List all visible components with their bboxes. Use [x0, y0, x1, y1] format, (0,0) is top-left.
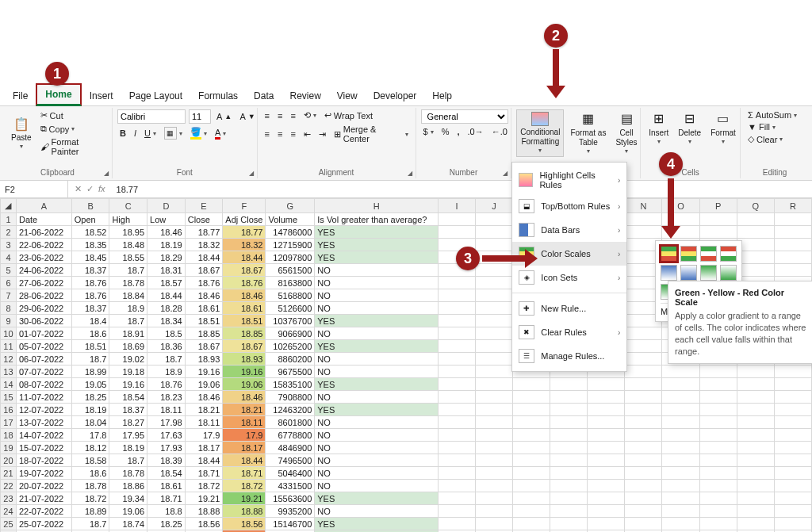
cell[interactable]: 07-07-2022	[16, 366, 71, 378]
cell[interactable]: Is Vol greater than average?	[315, 213, 439, 226]
cell[interactable]	[475, 327, 512, 340]
format-painter-button[interactable]: 🖌Format Painter	[38, 136, 107, 157]
cell[interactable]	[475, 416, 512, 429]
cell[interactable]	[774, 264, 811, 277]
fill-button[interactable]: ▼Fill▾	[745, 121, 804, 132]
cell[interactable]: 18.45	[71, 251, 109, 264]
cell[interactable]: NO	[315, 442, 439, 454]
cell[interactable]	[550, 378, 588, 391]
cell[interactable]: 18.23	[147, 391, 186, 404]
cell[interactable]	[699, 226, 737, 239]
cell[interactable]: 18.46	[147, 226, 186, 239]
tab-page-layout[interactable]: Page Layout	[121, 86, 190, 105]
cell[interactable]: 12097800	[266, 251, 315, 264]
indent-decrease-button[interactable]: ⇤	[301, 128, 313, 140]
cell[interactable]: 18.37	[109, 404, 147, 416]
cell[interactable]	[475, 404, 512, 416]
cell[interactable]	[699, 366, 737, 378]
cell[interactable]: 18.72	[223, 480, 266, 492]
cell[interactable]	[588, 454, 625, 467]
dialog-launcher-icon[interactable]: ◢	[503, 170, 508, 177]
cell[interactable]: 21-07-2022	[16, 492, 71, 505]
cell[interactable]: 18.32	[223, 239, 266, 251]
cell[interactable]	[588, 518, 625, 530]
cell[interactable]	[475, 289, 512, 302]
cell[interactable]	[438, 340, 475, 353]
cell[interactable]: 18.19	[109, 442, 147, 454]
cell[interactable]: 11-07-2022	[16, 391, 71, 404]
cell[interactable]	[625, 467, 662, 480]
cell[interactable]: 18.99	[71, 366, 109, 378]
cell[interactable]: 19-07-2022	[16, 467, 71, 480]
cell[interactable]: 18.76	[147, 378, 186, 391]
format-as-table-button[interactable]: ▦ Format as Table▾	[567, 109, 609, 157]
cell[interactable]: 18.39	[147, 454, 186, 467]
cell[interactable]: 18.25	[71, 391, 109, 404]
row-header[interactable]: 17	[1, 416, 17, 429]
cell[interactable]	[438, 518, 475, 530]
paste-button[interactable]: 📋 Paste ▾	[8, 114, 35, 152]
column-header-I[interactable]: I	[438, 199, 475, 213]
cell[interactable]: 18.88	[185, 505, 223, 518]
cell[interactable]: 19.34	[109, 492, 147, 505]
cell[interactable]: 18.76	[223, 277, 266, 289]
comma-button[interactable]: ,	[454, 126, 462, 137]
cell[interactable]	[550, 429, 588, 442]
cell[interactable]	[699, 416, 737, 429]
column-header-J[interactable]: J	[475, 199, 512, 213]
cf-top-bottom-rules[interactable]: ⬓Top/Bottom Rules›	[512, 194, 626, 218]
cell[interactable]	[737, 518, 774, 530]
cell[interactable]	[737, 492, 774, 505]
cell[interactable]: 28-06-2022	[16, 289, 71, 302]
cf-manage-rules[interactable]: ☰Manage Rules...	[512, 344, 626, 368]
cell[interactable]: 17.9	[223, 429, 266, 442]
column-header-G[interactable]: G	[266, 199, 315, 213]
cell[interactable]	[737, 404, 774, 416]
cell[interactable]: 4846900	[266, 442, 315, 454]
font-name-input[interactable]	[117, 109, 186, 124]
column-header-F[interactable]: F	[223, 199, 266, 213]
decrease-font-button[interactable]: A▼	[237, 111, 257, 122]
underline-button[interactable]: U▾	[142, 128, 159, 139]
align-bottom-button[interactable]: ≡	[288, 110, 297, 121]
tab-insert[interactable]: Insert	[82, 86, 121, 105]
cell[interactable]	[774, 518, 811, 530]
cell[interactable]: 5126600	[266, 302, 315, 315]
cell[interactable]: 18.9	[147, 366, 186, 378]
cell[interactable]: 18.93	[185, 353, 223, 366]
decrease-decimal-button[interactable]: ←.0	[489, 126, 510, 137]
cell[interactable]	[588, 378, 625, 391]
cell[interactable]: Open	[71, 213, 109, 226]
cell[interactable]: NO	[315, 416, 439, 429]
row-header[interactable]: 6	[1, 277, 17, 289]
cell[interactable]: 18.67	[185, 340, 223, 353]
cell[interactable]: 20-07-2022	[16, 480, 71, 492]
cell[interactable]	[513, 492, 550, 505]
cell[interactable]	[662, 467, 699, 480]
cell[interactable]	[699, 492, 737, 505]
cell[interactable]	[438, 277, 475, 289]
cell[interactable]: 18.44	[185, 251, 223, 264]
cell[interactable]	[588, 505, 625, 518]
tab-developer[interactable]: Developer	[366, 86, 425, 105]
cell[interactable]	[699, 442, 737, 454]
cell[interactable]: 9675500	[266, 366, 315, 378]
cell[interactable]: 18.78	[109, 277, 147, 289]
cell[interactable]: 12715900	[266, 239, 315, 251]
cell[interactable]	[737, 391, 774, 404]
cell[interactable]	[774, 366, 811, 378]
cell[interactable]	[699, 404, 737, 416]
cell[interactable]: 18.69	[109, 340, 147, 353]
cell[interactable]: YES	[315, 518, 439, 530]
cell[interactable]	[662, 429, 699, 442]
cell[interactable]: 18.19	[147, 239, 186, 251]
cell[interactable]	[438, 429, 475, 442]
cell[interactable]	[475, 429, 512, 442]
cell[interactable]	[438, 226, 475, 239]
cell[interactable]: 18.95	[109, 226, 147, 239]
cell[interactable]: 18.56	[223, 518, 266, 530]
percent-button[interactable]: %	[439, 126, 452, 137]
cell[interactable]	[438, 366, 475, 378]
cell-styles-button[interactable]: ▤ Cell Styles▾	[612, 109, 640, 157]
column-header-C[interactable]: C	[109, 199, 147, 213]
